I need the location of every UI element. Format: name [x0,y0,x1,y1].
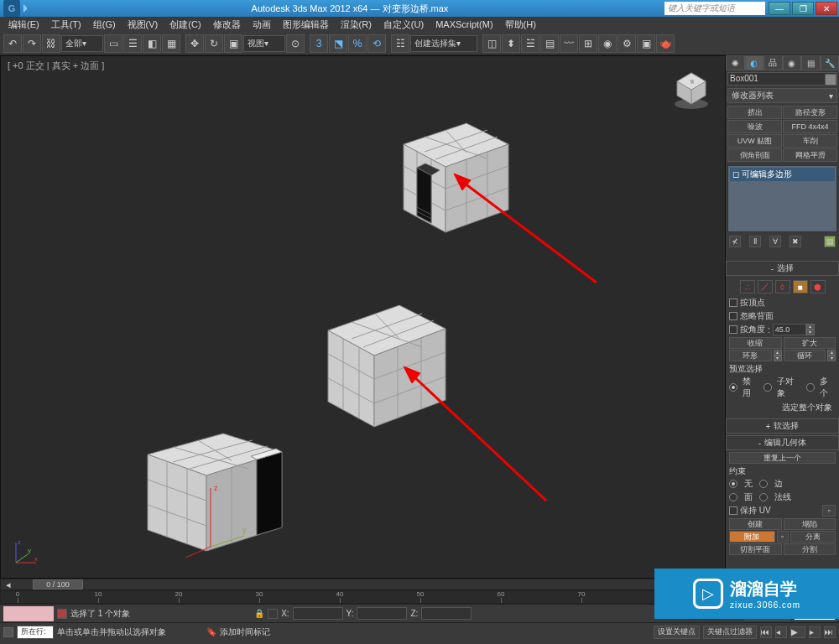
schematic-view-button[interactable]: ⊞ [579,34,597,53]
constrain-edge-radio[interactable] [759,480,768,488]
make-unique-button[interactable]: ∀ [769,236,781,247]
rollout-selection-header[interactable]: - 选择 [726,261,839,276]
align-button[interactable]: ⬍ [502,34,520,53]
material-editor-button[interactable]: ◉ [598,34,617,53]
by-vertex-checkbox[interactable] [729,299,737,307]
constrain-face-radio[interactable] [729,493,737,501]
x-coord-field[interactable] [293,607,343,620]
mod-btn-ffd[interactable]: FFD 4x4x4 [783,120,837,133]
mod-btn-meshsmooth[interactable]: 网格平滑 [783,148,837,162]
help-search-input[interactable]: 键入关键字或短语 [664,2,765,15]
tab-display[interactable]: ▤ [801,55,821,70]
tab-motion[interactable]: ◉ [783,55,802,70]
mod-btn-uvw[interactable]: UVW 贴图 [727,134,782,148]
close-button[interactable]: ✕ [816,2,837,15]
tag-icon[interactable]: 🔖 [206,627,216,636]
mirror-button[interactable]: ◫ [482,34,501,53]
redo-button[interactable]: ↷ [23,34,41,53]
render-frame-button[interactable]: ▣ [637,34,655,53]
use-pivot-button[interactable]: ⊙ [286,34,305,53]
snap-toggle-button[interactable]: 3 [310,34,328,53]
script-rec-icon[interactable] [57,609,67,619]
constrain-normal-radio[interactable] [759,493,768,501]
selection-filter-dropdown[interactable]: 全部 ▾ [61,35,103,52]
repeat-last-button[interactable]: 重复上一个 [729,452,836,464]
split-button[interactable]: 分割 [784,543,836,555]
menu-maxscript[interactable]: MAXScript(M) [430,19,498,29]
rollout-editgeom-header[interactable]: - 编辑几何体 [726,435,839,450]
next-frame-button[interactable]: ▸ [809,626,821,638]
mod-btn-lathe[interactable]: 车削 [783,134,837,148]
dropdown-arrow-icon[interactable] [23,4,32,13]
ignore-backfacing-checkbox[interactable] [729,312,737,320]
mod-stack-editable-poly[interactable]: ◻ 可编辑多边形 [730,168,835,181]
tab-utilities[interactable]: 🔧 [821,55,840,70]
maxscript-mini-icon[interactable] [3,627,13,637]
ref-coord-dropdown[interactable]: 视图 ▾ [243,35,285,52]
shrink-button[interactable]: 收缩 [729,337,782,349]
menu-animation[interactable]: 动画 [248,18,276,31]
viewport-label[interactable]: [ +0 正交 | 真实 + 边面 ] [8,60,104,72]
curve-editor-button[interactable]: 〰 [560,34,578,53]
lock-icon[interactable]: 🔒 [254,609,264,618]
link-button[interactable]: ⛓ [42,34,60,53]
menu-edit[interactable]: 编辑(E) [3,18,44,31]
subobj-edge[interactable]: ／ [758,280,773,293]
mod-btn-noise[interactable]: 噪波 [727,120,782,133]
object-name-field[interactable]: Box001 [727,72,837,86]
prev-frame-button[interactable]: ◂ [775,626,787,638]
named-sel-dropdown[interactable]: 创建选择集 ▾ [410,35,477,52]
mod-btn-bevel[interactable]: 倒角剖面 [727,148,782,162]
minimize-button[interactable]: — [769,2,790,15]
preview-subobj-radio[interactable] [763,383,772,392]
angle-up[interactable]: ▴ [806,324,815,330]
by-angle-checkbox[interactable] [729,325,737,334]
ring-down[interactable]: ▾ [774,356,782,361]
goto-end-button[interactable]: ⏭ [824,626,836,638]
angle-down[interactable]: ▾ [806,330,815,335]
constrain-none-radio[interactable] [729,480,737,488]
preserve-uv-settings[interactable]: ▫ [822,505,836,517]
grow-button[interactable]: 扩大 [784,337,836,349]
window-crossing-button[interactable]: ▦ [162,34,180,53]
angle-spinner[interactable]: 45.0 [773,324,806,335]
preview-multi-radio[interactable] [806,383,815,392]
menu-rendering[interactable]: 渲染(R) [336,18,377,31]
y-coord-field[interactable] [357,607,407,620]
isolate-icon[interactable] [268,609,278,619]
preserve-uv-checkbox[interactable] [729,506,737,515]
key-filters-button[interactable]: 关键点过滤器 [703,626,757,639]
ring-up[interactable]: ▴ [774,350,782,356]
set-key-button[interactable]: 设置关键点 [654,626,700,639]
mod-btn-extrude[interactable]: 挤出 [727,106,782,119]
pin-stack-button[interactable]: ⊀ [729,236,741,247]
layers-button[interactable]: ☱ [521,34,539,53]
add-time-tag[interactable]: 添加时间标记 [220,626,270,638]
viewcube[interactable]: 顶 [670,69,712,111]
loop-up[interactable]: ▴ [827,350,836,356]
z-coord-field[interactable] [421,607,472,620]
remove-mod-button[interactable]: ✖ [789,236,801,247]
show-end-result-button[interactable]: Ⅱ [749,236,761,247]
create-button[interactable]: 创建 [729,518,782,530]
mod-btn-pathdeform[interactable]: 路径变形 [783,106,837,119]
rollout-softsel-header[interactable]: + 软选择 [726,418,839,434]
graphite-button[interactable]: ▤ [540,34,559,53]
render-button[interactable]: 🫖 [656,34,675,53]
angle-snap-button[interactable]: ⬔ [329,34,347,53]
manage-sets-button[interactable]: ☷ [391,34,409,53]
object-color-swatch[interactable] [825,74,836,86]
viewport[interactable]: [ +0 正交 | 真实 + 边面 ] 顶 [0,55,726,579]
modifier-list-dropdown[interactable]: 修改器列表▾ [727,88,837,103]
ring-button[interactable]: 环形 [729,350,772,361]
undo-button[interactable]: ↶ [3,34,22,53]
menu-create[interactable]: 创建(C) [164,18,206,31]
subobj-border[interactable]: ◊ [775,280,790,293]
select-object-button[interactable]: ▭ [104,34,122,53]
script-listener-mini[interactable] [3,606,54,621]
move-button[interactable]: ✥ [185,34,204,53]
menu-views[interactable]: 视图(V) [122,18,164,31]
box-bottom[interactable]: z y [135,408,303,568]
collapse-button[interactable]: 塌陷 [784,518,836,530]
restore-button[interactable]: ❐ [792,2,814,15]
